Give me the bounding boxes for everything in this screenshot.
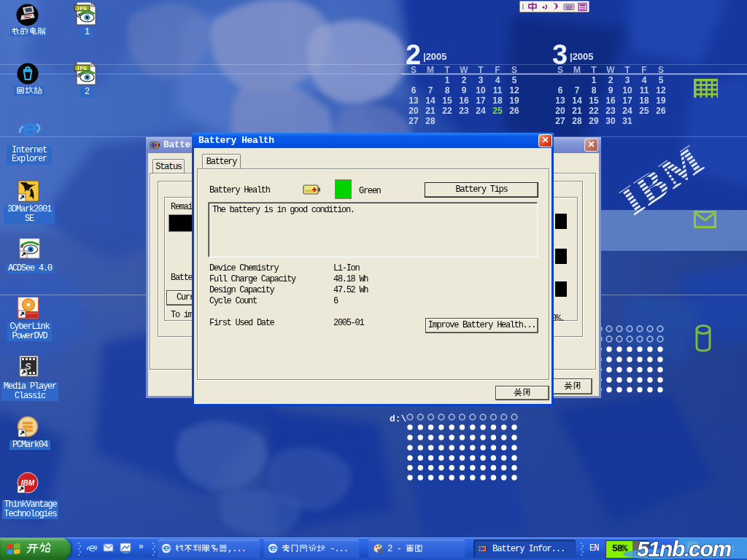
svg-text:1: 1 [592,75,597,85]
svg-text:14: 14 [425,96,436,106]
svg-text:31: 31 [622,116,632,126]
svg-text:JPG: JPG [77,66,88,71]
svg-text:21: 21 [425,106,436,116]
svg-text:12: 12 [656,85,666,96]
svg-text:M: M [427,65,434,75]
svg-text:|2005: |2005 [570,51,594,62]
svg-text:17: 17 [476,96,486,106]
svg-text:7: 7 [428,85,433,96]
svg-text:JPG: JPG [77,6,88,12]
svg-text:4: 4 [495,75,500,85]
svg-text:11: 11 [493,85,503,96]
svg-text:6: 6 [411,85,417,96]
svg-text:F: F [495,65,500,75]
svg-text:30: 30 [605,116,616,126]
svg-text:9: 9 [462,85,467,96]
svg-text:S: S [658,65,664,75]
svg-text:22: 22 [589,106,599,116]
svg-text:29: 29 [589,116,599,126]
svg-text:M: M [573,65,581,75]
svg-text:18: 18 [639,96,649,106]
svg-text:13: 13 [555,96,565,106]
svg-text:F: F [641,65,646,75]
svg-text:23: 23 [459,106,469,116]
svg-text:5: 5 [512,75,517,85]
svg-text:2: 2 [462,75,467,85]
svg-text:24: 24 [622,106,632,116]
svg-text:8: 8 [445,85,450,96]
svg-text:15: 15 [589,96,599,106]
svg-text:T: T [444,65,450,75]
svg-text:4: 4 [642,75,647,85]
svg-text:27: 27 [555,116,565,126]
svg-text:S: S [411,65,417,75]
svg-text:16: 16 [605,96,616,106]
svg-text:13: 13 [409,96,419,106]
svg-text:9: 9 [608,85,614,96]
svg-text:23: 23 [605,106,616,116]
svg-text:10: 10 [476,85,486,96]
svg-text:14: 14 [572,96,582,106]
svg-text:27: 27 [409,116,419,126]
svg-text:20: 20 [555,106,565,116]
svg-text:d:\: d:\ [390,413,407,424]
svg-text:25: 25 [639,106,649,116]
svg-text:8: 8 [592,85,597,96]
svg-text:11: 11 [640,85,649,96]
svg-text:S: S [511,65,517,75]
svg-text:6: 6 [558,85,563,96]
svg-text:3: 3 [479,75,484,85]
svg-text:T: T [478,65,484,75]
svg-text:28: 28 [425,116,436,126]
svg-text:26: 26 [509,106,519,116]
svg-text:T: T [591,65,597,75]
svg-text:51nb.com: 51nb.com [637,537,732,560]
svg-text:W: W [460,65,468,75]
svg-text:28: 28 [572,116,582,126]
svg-text:16: 16 [459,96,469,106]
svg-text:18: 18 [492,96,503,106]
svg-text:3: 3 [625,75,630,85]
svg-text:21: 21 [572,106,582,116]
svg-text:5: 5 [659,75,664,85]
svg-text:17: 17 [622,96,632,106]
svg-text:15: 15 [442,96,452,106]
svg-text:7: 7 [575,85,580,96]
svg-text:19: 19 [509,96,519,106]
svg-text:22: 22 [442,106,452,116]
svg-text:10: 10 [622,85,632,96]
svg-text:S: S [557,65,563,75]
svg-text:W: W [606,65,615,75]
svg-text:2: 2 [608,75,614,85]
svg-text:24: 24 [476,106,486,116]
svg-text:T: T [624,65,630,75]
svg-text:12: 12 [509,85,519,96]
svg-text:|2005: |2005 [423,51,447,62]
svg-text:1: 1 [445,75,450,85]
svg-text:20: 20 [409,106,419,116]
svg-text:19: 19 [656,96,666,106]
svg-text:25: 25 [492,106,503,116]
svg-text:26: 26 [656,106,666,116]
